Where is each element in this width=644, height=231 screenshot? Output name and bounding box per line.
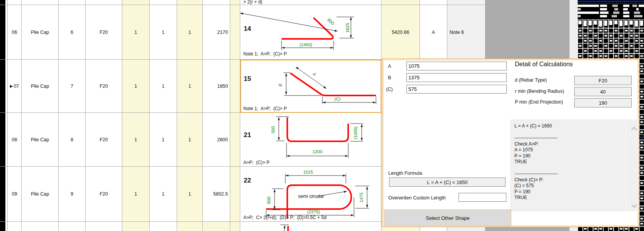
qty-cell[interactable]: 1 <box>122 60 150 112</box>
shape-note-fragment: > 2(r + d) <box>243 0 262 5</box>
shape-note: A>P; C> 2(r+d); (D)> P; (D)>0.5C + 5d <box>243 215 326 220</box>
dim-label: (1000) <box>353 126 358 139</box>
shape-note: A>P; (C)> P <box>243 160 270 165</box>
input-c-label: (C) <box>386 87 393 92</box>
qty-cell[interactable]: 1 <box>177 167 203 221</box>
qty-cell[interactable] <box>150 0 177 5</box>
param-label: d (Rebar Type) <box>515 77 547 83</box>
shape-15-diagram: A B (C) <box>240 60 381 113</box>
qty-cell[interactable]: 1 <box>150 60 177 112</box>
member-cell[interactable] <box>22 222 59 231</box>
shape-cell[interactable]: 14 800 1625 (1450) Note 1; A>P; (C)> P <box>240 5 381 59</box>
member-cell[interactable]: Pile Cap <box>22 5 59 59</box>
note-ref-cell[interactable]: Note 6 <box>447 5 486 59</box>
check-cell[interactable] <box>420 0 447 5</box>
row-number-cell[interactable] <box>7 0 22 5</box>
size-cell[interactable]: F20 <box>86 60 122 112</box>
qty-cell[interactable] <box>122 222 150 231</box>
dim-label: 600 <box>266 196 271 204</box>
qty-cell[interactable]: 1 <box>150 167 177 221</box>
spacer-cell <box>230 167 240 221</box>
spacer-cell <box>230 222 240 231</box>
select-other-shape-button[interactable]: Select Other Shape <box>384 209 511 226</box>
length-cell[interactable]: 1650 <box>203 60 230 112</box>
length-cell[interactable]: 2600 <box>203 113 230 166</box>
input-c-field[interactable] <box>406 85 507 94</box>
bending-radius-readout: 40 <box>574 87 632 96</box>
input-b-field[interactable] <box>406 73 507 82</box>
length-formula-readout: L = A + (C) = 1650 <box>389 177 506 187</box>
shape-cell[interactable]: 15 A B (C) Note 1; A>P; (C)> P <box>240 60 381 112</box>
shape-22-diagram: 1525 600 1475 (2375) semi circular <box>240 167 381 222</box>
dim-label: 800 <box>327 17 335 26</box>
qty-cell[interactable]: 1 <box>177 60 203 112</box>
weight-cell[interactable]: 5420.66 <box>381 5 420 59</box>
count-cell[interactable]: 7 <box>59 60 86 112</box>
count-cell[interactable] <box>59 0 86 5</box>
dim-label: B <box>278 84 283 87</box>
qty-cell[interactable]: 1 <box>150 113 177 166</box>
row-number-cell[interactable] <box>7 222 22 231</box>
size-cell[interactable]: F20 <box>86 5 122 59</box>
shape-cell[interactable]: 21 500 (1000) 1200 A>P; (C)> P <box>240 113 381 166</box>
dim-label: 1475 <box>359 192 364 203</box>
custom-length-field[interactable] <box>459 193 506 202</box>
qty-cell[interactable]: 1 <box>150 5 177 59</box>
shape-note: Note 1; A>P; (C)> P <box>243 106 287 111</box>
shape-cell[interactable]: > 2(r + d) <box>240 0 381 5</box>
note-ref-cell[interactable] <box>447 0 486 5</box>
qty-cell[interactable] <box>177 0 203 5</box>
shape-cell[interactable]: 22 1525 600 1475 (2375) sem <box>240 167 381 221</box>
calculation-results-area: L = A + (C) = 1650 ---------------------… <box>510 119 639 211</box>
count-cell[interactable]: 8 <box>59 113 86 166</box>
check-cell[interactable]: A <box>420 5 447 59</box>
semi-circular-annotation: semi circular <box>298 194 324 199</box>
partial-shape-diagram <box>240 222 381 231</box>
weight-cell[interactable] <box>381 0 420 5</box>
size-cell[interactable]: F20 <box>86 113 122 166</box>
shape-cell[interactable] <box>240 222 381 231</box>
member-cell[interactable]: Pile Cap <box>22 167 59 221</box>
spacer-cell <box>230 0 240 5</box>
spacer-cell <box>230 113 240 166</box>
size-cell[interactable] <box>86 222 122 231</box>
qty-cell[interactable] <box>177 222 203 231</box>
table-row-partial-top: > 2(r + d) <box>0 0 486 5</box>
qty-cell[interactable] <box>122 0 150 5</box>
qty-cell[interactable]: 1 <box>122 5 150 59</box>
qty-cell[interactable]: 1 <box>122 113 150 166</box>
count-cell[interactable]: 6 <box>59 5 86 59</box>
qty-cell[interactable]: 1 <box>177 5 203 59</box>
length-cell[interactable] <box>203 222 230 231</box>
row-number-cell[interactable]: ▶07 <box>7 60 22 112</box>
row-number-cell[interactable]: 08 <box>7 113 22 166</box>
row-selector-icon: ▶ <box>10 84 13 88</box>
spacer-cell <box>230 5 240 59</box>
detail-of-calculations-panel: A B (C) Detail of Calculations d (Rebar … <box>382 59 639 227</box>
length-cell[interactable]: 5802.5 <box>203 167 230 221</box>
rebar-schedule-app: > 2(r + d) 06 Pile Cap 6 F20 1 1 1 2170 … <box>0 0 644 231</box>
qty-cell[interactable]: 1 <box>122 167 150 221</box>
param-label: r min (Bending Radius) <box>515 89 564 94</box>
dim-label: 1525 <box>303 170 313 174</box>
qty-cell[interactable]: 1 <box>177 113 203 166</box>
dim-label: (2375) <box>307 209 320 214</box>
size-cell[interactable] <box>86 0 122 5</box>
calculation-text: L = A + (C) = 1650 ---------------------… <box>514 123 558 201</box>
input-a-field[interactable] <box>406 62 507 70</box>
rebar-type-readout: F20 <box>574 76 632 85</box>
spacer-cell <box>230 60 240 112</box>
member-cell[interactable]: Pile Cap <box>22 113 59 166</box>
count-cell[interactable] <box>59 222 86 231</box>
qty-cell[interactable] <box>150 222 177 231</box>
size-cell[interactable]: F20 <box>86 167 122 221</box>
row-number-cell[interactable]: 06 <box>7 5 22 59</box>
end-projection-readout: 190 <box>574 98 632 107</box>
row-number-cell[interactable]: 09 <box>7 167 22 221</box>
member-cell[interactable] <box>22 0 59 5</box>
member-cell[interactable]: Pile Cap <box>22 60 59 112</box>
length-cell[interactable]: 2170 <box>203 5 230 59</box>
length-cell[interactable] <box>203 0 230 5</box>
dim-label: A <box>312 71 317 77</box>
count-cell[interactable]: 9 <box>59 167 86 221</box>
